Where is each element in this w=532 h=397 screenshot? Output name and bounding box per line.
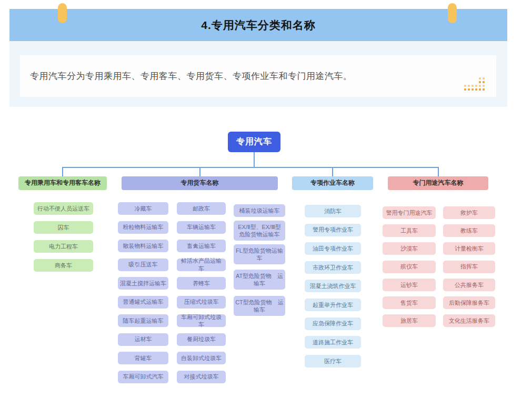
tree-node: 粉粒物料运输车 — [118, 221, 168, 234]
tree-node: 电力工程车 — [34, 240, 93, 253]
tree-node: 救护车 — [443, 206, 495, 219]
tree-node: 售货车 — [383, 296, 436, 309]
tree-node: 散装物料运输车 — [118, 240, 168, 252]
tree-node: 道路施工作业车 — [305, 336, 361, 349]
connector-line — [62, 167, 63, 176]
connector-line — [332, 167, 333, 176]
tree-node: 消防车 — [305, 205, 361, 217]
tree-node: 油田专项作业车 — [305, 242, 361, 255]
tree-node: 对接式垃圾车 — [177, 371, 226, 383]
group-header-special-passenger-and-bus: 专用乘用车和专用客车名称 — [18, 176, 107, 190]
tree-node: 畜禽运输车 — [177, 240, 226, 252]
connector-line — [254, 152, 255, 167]
page-title: 4.专用汽车分类和名称 — [201, 18, 316, 33]
group-header-special-truck: 专用货车名称 — [122, 176, 278, 190]
connector-line — [199, 167, 200, 176]
tree-node: 混凝土浇筑作业车 — [305, 280, 361, 292]
tree-node: 车厢可卸式垃圾车 — [177, 314, 226, 327]
tree-node: 冷藏车 — [118, 202, 168, 215]
tree-node: 警用专门用途汽车 — [383, 206, 436, 219]
tree-node: 工具车 — [383, 224, 436, 237]
root-node: 专用汽车 — [228, 132, 280, 152]
group-header-special-purpose: 专门用途汽车名称 — [388, 176, 488, 190]
group-header-special-operation: 专项作业车名称 — [292, 176, 373, 190]
tree-node: 应急保障作业车 — [305, 317, 361, 330]
decorative-pill-left — [58, 3, 67, 23]
connector-line — [438, 167, 439, 176]
tree-node: 警用专项作业车 — [305, 224, 361, 236]
tree-node: 沙漠车 — [383, 242, 436, 255]
decorative-pill-right — [448, 3, 457, 23]
tree-node: EX/Ⅱ型、EX/Ⅲ型危险货物运输车 — [234, 221, 285, 241]
tree-node: 医疗车 — [305, 355, 361, 368]
tree-node: 压缩式垃圾车 — [177, 296, 226, 309]
tree-node: 普通罐式运输车 — [118, 296, 168, 309]
tree-node: 鲜活水产品运输车 — [177, 259, 226, 271]
tree-node: AT型危险货物 运输车 — [234, 270, 285, 290]
tree-node: 市政环卫作业车 — [305, 261, 361, 274]
tree-node: 车厢可卸式汽车 — [118, 371, 168, 383]
tree-node: 混凝土搅拌运输车 — [118, 277, 168, 290]
tree-node: 商务车 — [34, 259, 93, 272]
tree-node: 文化生活服务车 — [443, 314, 495, 327]
tree-node: 囚车 — [34, 221, 93, 234]
tree-node: 指挥车 — [443, 261, 495, 273]
tree-node: FL型危险货物运输车 — [234, 244, 285, 264]
tree-node: 后勤保障服务车 — [443, 296, 495, 309]
tree-node: 自装卸式垃圾车 — [177, 352, 226, 364]
tree-node: CT型危险货物 运输车 — [234, 296, 285, 316]
tree-node: 旅居车 — [383, 314, 436, 327]
tree-node: 运材车 — [118, 333, 168, 346]
tree-node: 吸引压送车 — [118, 259, 168, 271]
connector-line — [62, 167, 439, 168]
tree-node: 背罐车 — [118, 352, 168, 364]
tree-node: 车辆运输车 — [177, 221, 226, 234]
page: 4.专用汽车分类和名称 专用汽车分为专用乘用车、专用客车、专用货车、专项作业车和… — [0, 0, 532, 397]
classification-tree-diagram: 专用汽车专用乘用车和专用客车名称行动不便人员运送车囚车电力工程车商务车专用货车名… — [0, 0, 532, 397]
tree-node: 养蜂车 — [177, 277, 226, 290]
tree-node: 殡仪车 — [383, 261, 436, 273]
tree-node: 公共服务车 — [443, 279, 495, 291]
title-bar: 4.专用汽车分类和名称 — [9, 9, 507, 41]
tree-node: 运钞车 — [383, 279, 436, 291]
tree-node: 随车起重运输车 — [118, 314, 168, 327]
tree-node: 桶装垃圾运输车 — [234, 204, 285, 217]
tree-node: 起重举升作业车 — [305, 299, 361, 311]
tree-node: 行动不便人员运送车 — [34, 202, 93, 215]
tree-node: 计量检衡车 — [443, 242, 495, 255]
tree-node: 餐厨垃圾车 — [177, 333, 226, 346]
tree-node: 邮政车 — [177, 202, 226, 215]
tree-node: 教练车 — [443, 224, 495, 237]
